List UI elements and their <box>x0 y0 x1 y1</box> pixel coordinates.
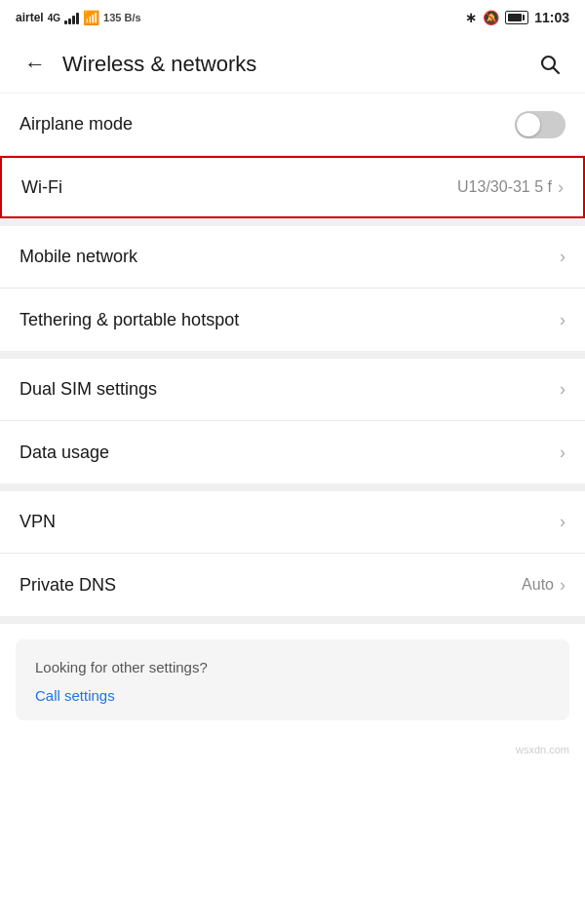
airplane-mode-left: Airplane mode <box>20 114 133 135</box>
toggle-knob <box>517 113 540 136</box>
page-title: Wireless & networks <box>62 52 530 77</box>
private-dns-label: Private DNS <box>20 575 116 596</box>
divider-1 <box>0 218 585 226</box>
mobile-network-chevron-icon: › <box>560 247 566 267</box>
wifi-label: Wi-Fi <box>21 177 62 198</box>
battery-icon <box>505 11 528 24</box>
back-button[interactable]: ← <box>16 45 55 84</box>
airplane-mode-label: Airplane mode <box>20 114 133 135</box>
airplane-mode-toggle[interactable] <box>515 111 566 138</box>
dual-sim-item[interactable]: Dual SIM settings › <box>0 359 585 421</box>
mute-icon: 🔕 <box>483 10 499 25</box>
dual-sim-left: Dual SIM settings <box>20 379 157 400</box>
data-usage-left: Data usage <box>20 443 109 463</box>
section-3: Dual SIM settings › Data usage › <box>0 359 585 483</box>
airplane-mode-right <box>515 111 566 138</box>
app-bar: ← Wireless & networks <box>0 35 585 94</box>
signal-bars-icon <box>64 11 79 24</box>
mobile-network-item[interactable]: Mobile network › <box>0 226 585 289</box>
search-icon <box>538 53 562 76</box>
section-2: Mobile network › Tethering & portable ho… <box>0 226 585 351</box>
wifi-right: U13/30-31 5 f › <box>457 177 564 198</box>
data-usage-label: Data usage <box>20 443 109 463</box>
search-button[interactable] <box>530 45 569 84</box>
speed-label: 135 B/s <box>103 12 141 23</box>
status-left: airtel 4G 📶 135 B/s <box>16 10 141 25</box>
carrier-label: airtel <box>16 11 44 24</box>
mobile-network-right: › <box>558 247 566 267</box>
data-usage-chevron-icon: › <box>560 443 566 463</box>
tethering-label: Tethering & portable hotspot <box>20 310 239 330</box>
divider-2 <box>0 351 585 359</box>
dual-sim-chevron-icon: › <box>560 379 566 400</box>
private-dns-value: Auto <box>522 576 554 594</box>
vpn-left: VPN <box>20 512 56 532</box>
airplane-mode-item[interactable]: Airplane mode <box>0 94 585 156</box>
divider-3 <box>0 483 585 491</box>
svg-line-1 <box>554 67 560 73</box>
vpn-item[interactable]: VPN › <box>0 491 585 554</box>
mobile-network-label: Mobile network <box>20 247 137 267</box>
time-label: 11:03 <box>534 10 569 25</box>
dual-sim-label: Dual SIM settings <box>20 379 157 400</box>
private-dns-right: Auto › <box>522 575 566 596</box>
wifi-chevron-icon: › <box>558 177 564 198</box>
mobile-network-left: Mobile network <box>20 247 137 267</box>
status-right: ∗ 🔕 11:03 <box>465 10 569 25</box>
network-type: 4G <box>48 13 60 23</box>
vpn-right: › <box>558 512 566 532</box>
bottom-card-text: Looking for other settings? <box>35 659 550 675</box>
wifi-value: U13/30-31 5 f <box>457 178 552 196</box>
section-1: Airplane mode Wi-Fi U13/30-31 5 f › <box>0 94 585 218</box>
data-usage-right: › <box>558 443 566 463</box>
wifi-item[interactable]: Wi-Fi U13/30-31 5 f › <box>0 156 585 218</box>
divider-4 <box>0 616 585 624</box>
tethering-item[interactable]: Tethering & portable hotspot › <box>0 289 585 351</box>
section-4: VPN › Private DNS Auto › <box>0 491 585 616</box>
watermark: wsxdn.com <box>0 736 585 759</box>
status-bar: airtel 4G 📶 135 B/s ∗ 🔕 11:03 <box>0 0 585 35</box>
tethering-chevron-icon: › <box>560 310 566 330</box>
private-dns-chevron-icon: › <box>560 575 566 596</box>
tethering-right: › <box>558 310 566 330</box>
wifi-left: Wi-Fi <box>21 177 62 198</box>
wifi-status-icon: 📶 <box>83 10 99 25</box>
back-arrow-icon: ← <box>24 52 46 77</box>
tethering-left: Tethering & portable hotspot <box>20 310 239 330</box>
vpn-chevron-icon: › <box>560 512 566 532</box>
call-settings-link[interactable]: Call settings <box>35 687 115 704</box>
private-dns-item[interactable]: Private DNS Auto › <box>0 554 585 616</box>
bottom-card: Looking for other settings? Call setting… <box>16 639 569 720</box>
private-dns-left: Private DNS <box>20 575 116 596</box>
data-usage-item[interactable]: Data usage › <box>0 421 585 483</box>
vpn-label: VPN <box>20 512 56 532</box>
battery-fill <box>508 14 522 21</box>
dual-sim-right: › <box>558 379 566 400</box>
battery-tip <box>523 15 525 20</box>
bluetooth-icon: ∗ <box>465 10 477 25</box>
